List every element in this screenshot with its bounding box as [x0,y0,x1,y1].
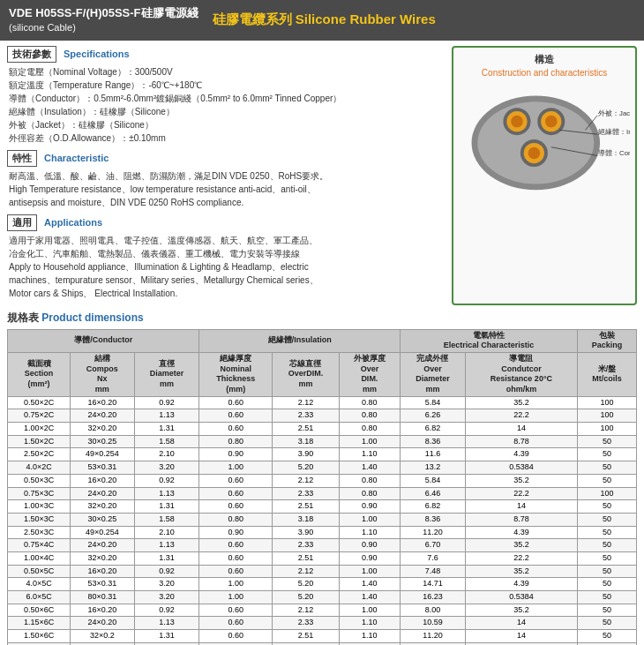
table-cell: 0.92 [134,565,199,578]
table-cell: 50 [578,435,637,448]
table-row: 1.00×2C32×0.201.310.602.510.806.8214100 [8,423,637,436]
col-fin-dia: 完成外徑OverDiametermm [401,352,466,396]
table-cell: 1.31 [134,500,199,514]
table-cell: 80×0.31 [71,591,134,604]
table-cell: 5.84 [401,474,466,487]
table-cell: 6.26 [401,409,466,423]
table-cell: 3.90 [273,448,339,461]
table-cell: 24×0.20 [71,617,134,630]
table-cell: 100 [578,409,637,423]
specs-block: 技術參數 Specifications 額定電壓（Nominal Voltage… [7,46,445,145]
table-cell: 1.40 [339,578,400,591]
table-cell: 8.78 [465,435,577,448]
table-cell: 1.40 [339,591,400,604]
table-cell: 1.00 [339,604,400,617]
table-cell: 2.12 [273,474,339,487]
app-line-3: Apply to Household appliance、Illuminatio… [9,260,445,274]
table-cell: 50 [578,500,637,514]
table-cell: 14.71 [401,578,466,591]
table-cell: 0.60 [199,474,273,487]
table-cell: 50 [578,513,637,526]
table-row: 0.75×2C24×0.201.130.602.330.806.2622.210… [8,409,637,423]
table-cell: 0.5384 [465,591,577,604]
spec-line-5: 外被（Jacket）：硅橡膠（Silicone） [9,118,445,131]
table-cell: 8.36 [401,435,466,448]
table-row: 4.0×2C53×0.313.201.005.201.4013.20.53845… [8,461,637,475]
table-cell: 5.20 [273,461,339,475]
cable-diagram: 外被：Jacket 絕緣體：Insulation 導體：Conductor [459,83,630,194]
table-cell: 2.10 [134,526,199,539]
spec-line-3: 導體（Conductor）：0.5mm²-6.0mm²鍍錫銅綫（0.5mm² t… [9,92,445,105]
table-cell: 1.31 [134,423,199,436]
table-cell: 22.2 [465,487,577,500]
table-cell: 13.2 [401,461,466,475]
svg-point-10 [528,146,541,159]
table-cell: 1.00 [339,565,400,578]
table-cell: 11.6 [401,448,466,461]
characteristic-block: 特性 Characteristic 耐高溫、低溫、酸、鹼、油、阻燃、防濕防潮，滿… [7,150,445,209]
app-line-5: Motor cars & Ships、 Electrical Installat… [9,287,445,300]
construction-title-en: Construction and characteristics [459,68,630,78]
applications-content: 適用于家用電器、照明電具、電子控值、溫度傳感器、航天、航空、軍工產品、 冶金化工… [7,234,445,300]
characteristic-title: 特性 Characteristic [7,150,445,167]
char-line-3: antisepsis and moisture、DIN VDE 0250 RoH… [9,196,445,209]
table-title-cn: 規格表 [7,311,39,324]
table-cell: 100 [578,487,637,500]
table-cell: 2.51 [273,630,339,643]
table-cell: 35.2 [465,604,577,617]
table-cell: 1.00 [199,461,273,475]
electrical-header: 電氣特性Electrical Characteristic [401,329,578,352]
table-cell: 8.36 [401,513,466,526]
table-cell: 2.33 [273,487,339,500]
table-cell: 2.50×2C [8,448,71,461]
table-cell: 1.31 [134,630,199,643]
table-cell: 1.10 [339,617,400,630]
table-cell: 4.0×2C [8,461,71,475]
table-row: 1.00×3C32×0.201.310.602.510.906.821450 [8,500,637,514]
table-cell: 0.90 [339,551,400,565]
table-row: 0.50×3C16×0.200.920.602.120.805.8435.250 [8,474,637,487]
table-cell: 5.20 [273,591,339,604]
table-cell: 100 [578,396,637,409]
applications-block: 適用 Applications 適用于家用電器、照明電具、電子控值、溫度傳感器、… [7,214,445,300]
specs-title: 技術參數 Specifications [7,46,445,63]
table-cell: 0.60 [199,396,273,409]
table-cell: 2.51 [273,423,339,436]
table-cell: 3.20 [134,461,199,475]
table-cell: 4.39 [465,526,577,539]
table-cell: 2.51 [273,500,339,514]
table-cell: 3.18 [273,435,339,448]
table-cell: 10.59 [401,617,466,630]
table-cell: 6.46 [401,487,466,500]
table-cell: 0.75×2C [8,409,71,423]
table-cell: 50 [578,604,637,617]
table-cell: 3.20 [134,578,199,591]
col-section: 截面積Section(mm²) [8,352,71,396]
table-cell: 4.0×5C [8,578,71,591]
table-cell: 0.90 [339,500,400,514]
table-row: 4.0×5C53×0.313.201.005.201.4014.714.3950 [8,578,637,591]
table-cell: 32×0.20 [71,423,134,436]
table-cell: 50 [578,539,637,552]
table-cell: 0.50×6C [8,604,71,617]
specs-content: 額定電壓（Nominal Voltage）：300/500V 額定溫度（Temp… [7,65,445,145]
table-cell: 0.90 [339,539,400,552]
table-cell: 0.60 [199,487,273,500]
table-cell: 2.51 [273,551,339,565]
spec-line-2: 額定溫度（Temperature Range）：-60℃~+180℃ [9,79,445,92]
table-cell: 2.10 [134,448,199,461]
table-cell: 7.48 [401,565,466,578]
header: VDE H05SS-F/(H)05SS-F硅膠電源綫 (silicone Cab… [0,0,644,41]
spec-line-1: 額定電壓（Nominal Voltage）：300/500V [9,65,445,79]
table-cell: 6.70 [401,539,466,552]
table-cell: 2.12 [273,565,339,578]
table-cell: 0.5384 [465,461,577,475]
table-cell: 11.20 [401,630,466,643]
table-row: 6.0×5C80×0.313.201.005.201.4016.230.5384… [8,591,637,604]
app-line-1: 適用于家用電器、照明電具、電子控值、溫度傳感器、航天、航空、軍工產品、 [9,234,445,247]
table-cell: 1.00 [199,578,273,591]
table-cell: 0.90 [199,448,273,461]
table-cell: 3.20 [134,591,199,604]
applications-title: 適用 Applications [7,214,445,231]
table-cell: 0.50×2C [8,396,71,409]
